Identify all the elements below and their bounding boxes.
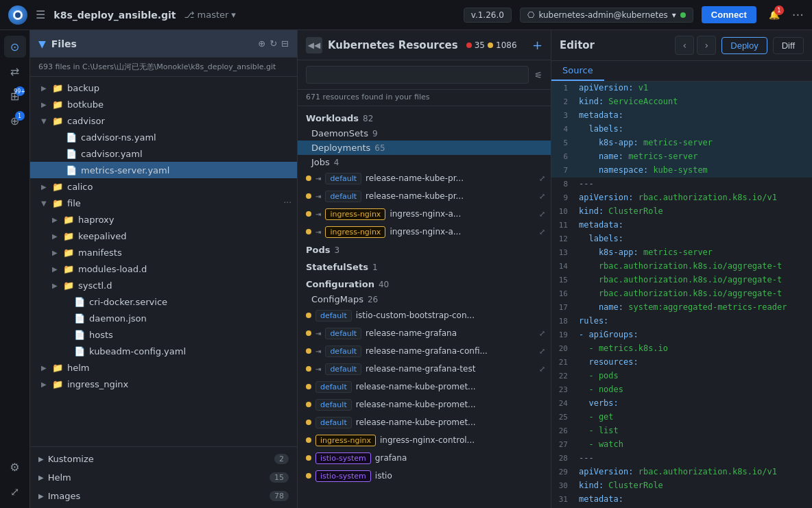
cm-share-3[interactable]: ⤢ <box>539 365 545 374</box>
kustomize-expand-icon: ▶ <box>38 455 44 463</box>
file-folder-actions[interactable]: ··· <box>284 198 291 208</box>
tree-item-metrics-server[interactable]: 📄 metrics-server.yaml <box>30 162 297 178</box>
file-panel-layout-icon[interactable]: ⊟ <box>281 38 289 49</box>
branch-selector[interactable]: ⎇ master ▾ <box>184 10 236 20</box>
tree-item-helm[interactable]: ▶ 📁 helm <box>30 359 297 376</box>
line-content-3: metadata: <box>576 109 623 122</box>
configmap-item-9[interactable]: istio-system istio <box>298 467 551 485</box>
share-icon-1[interactable]: ⤢ <box>539 192 545 201</box>
file-panel-header: ▼ Files ⊕ ↻ ⊟ <box>30 30 297 58</box>
tree-item-daemon-json[interactable]: 📄 daemon.json <box>30 310 297 326</box>
editor-next-btn[interactable]: › <box>697 36 716 55</box>
diff-button[interactable]: Diff <box>773 37 804 54</box>
cm-spread-2[interactable]: ⇥ <box>315 348 321 355</box>
configmap-item-8[interactable]: istio-system grafana <box>298 449 551 467</box>
sidebar-item-apps[interactable]: ⊞ 99+ <box>4 85 26 107</box>
configmap-item-0[interactable]: default istio-custom-bootstrap-con... <box>298 306 551 324</box>
sidebar-item-network[interactable]: ⊕ 1 <box>4 110 26 132</box>
file-panel-add-icon[interactable]: ⊕ <box>258 38 265 49</box>
tree-item-cadvisor-yaml[interactable]: 📄 cadvisor.yaml <box>30 145 297 162</box>
file-panel-refresh-icon[interactable]: ↻ <box>270 38 277 49</box>
configmap-item-3[interactable]: ⇥ default release-name-grafana-test ⤢ <box>298 360 551 378</box>
cm-spread-3[interactable]: ⇥ <box>315 365 321 373</box>
tab-source[interactable]: Source <box>551 61 604 81</box>
line-content-15: rbac.authorization.k8s.io/aggregate-t <box>576 274 782 287</box>
code-line-13: 13 k8s-app: metrics-server <box>551 246 812 260</box>
jobs-subsection[interactable]: Jobs 4 <box>298 155 551 169</box>
tree-item-backup[interactable]: ▶ 📁 backup <box>30 80 297 96</box>
sidebar-item-git[interactable]: ⇄ <box>4 60 26 82</box>
tree-item-calico[interactable]: ▶ 📁 calico <box>30 178 297 195</box>
connect-button[interactable]: Connect <box>702 6 756 23</box>
tree-item-keepalived[interactable]: ▶ 📁 keepalived <box>30 228 297 244</box>
cm-share-1[interactable]: ⤢ <box>539 329 545 338</box>
more-menu[interactable]: ··· <box>792 8 804 22</box>
share-icon-3[interactable]: ⤢ <box>539 228 545 237</box>
tree-item-cadvisor[interactable]: ▼ 📁 cadvisor <box>30 112 297 129</box>
svg-point-1 <box>15 12 21 18</box>
line-num-29: 29 <box>551 465 576 479</box>
deployment-item-2[interactable]: ⇥ ingress-nginx ingress-nginx-a... ⤢ <box>298 205 551 223</box>
code-line-15: 15 rbac.authorization.k8s.io/aggregate-t <box>551 274 812 287</box>
sidebar-item-terminal[interactable]: ⤢ <box>4 481 26 503</box>
k8s-collapse-btn[interactable]: ◀◀ <box>306 37 322 53</box>
tree-item-file[interactable]: ▼ 📁 file ··· <box>30 195 297 211</box>
configmap-item-2[interactable]: ⇥ default release-name-grafana-confi... … <box>298 342 551 360</box>
sidebar-item-home[interactable]: ⊙ <box>4 36 26 58</box>
line-num-30: 30 <box>551 479 576 492</box>
deployment-item-3[interactable]: ⇥ ingress-nginx ingress-nginx-a... ⤢ <box>298 223 551 241</box>
k8s-filter-icon[interactable]: ⚟ <box>534 70 542 80</box>
k8s-search-input[interactable] <box>306 66 529 84</box>
deployments-subsection[interactable]: Deployments 65 <box>298 141 551 155</box>
notifications-button[interactable]: 🔔 1 <box>765 5 784 25</box>
daemonsets-subsection[interactable]: DaemonSets 9 <box>298 126 551 141</box>
configmap-item-6[interactable]: default release-name-kube-promet... <box>298 413 551 431</box>
line-content-19: - apiGroups: <box>576 328 638 341</box>
configmap-item-7[interactable]: ingress-nginx ingress-nginx-control... <box>298 431 551 449</box>
deployment-item-0[interactable]: ⇥ default release-name-kube-pr... ⤢ <box>298 169 551 187</box>
configmap-item-4[interactable]: default release-name-kube-promet... <box>298 378 551 396</box>
images-section[interactable]: ▶ Images 78 <box>30 487 297 505</box>
deploy-button[interactable]: Deploy <box>721 37 767 54</box>
tree-item-botkube[interactable]: ▶ 📁 botkube <box>30 96 297 112</box>
sidebar-item-settings[interactable]: ⚙ <box>4 456 26 478</box>
kustomize-count: 2 <box>274 454 289 464</box>
editor-prev-btn[interactable]: ‹ <box>675 36 694 55</box>
k8s-add-button[interactable]: + <box>532 38 542 52</box>
cm-spread-1[interactable]: ⇥ <box>315 330 321 337</box>
share-icon-2[interactable]: ⤢ <box>539 210 545 219</box>
cluster-selector[interactable]: ⎔ kubernetes-admin@kubernetes ▾ <box>520 8 693 23</box>
tree-item-kubeadm[interactable]: 📄 kubeadm-config.yaml <box>30 343 297 359</box>
kustomize-section[interactable]: ▶ Kustomize 2 <box>30 450 297 468</box>
workloads-section-header[interactable]: Workloads 82 <box>298 109 551 126</box>
tree-item-haproxy[interactable]: ▶ 📁 haproxy <box>30 211 297 228</box>
tree-item-hosts[interactable]: 📄 hosts <box>30 326 297 343</box>
configmaps-subsection[interactable]: ConfigMaps 26 <box>298 292 551 306</box>
share-icon-0[interactable]: ⤢ <box>539 174 545 183</box>
cm-share-2[interactable]: ⤢ <box>539 347 545 356</box>
tree-item-sysctl[interactable]: ▶ 📁 sysctl.d <box>30 277 297 293</box>
configuration-section-header[interactable]: Configuration 40 <box>298 275 551 292</box>
tree-item-manifests[interactable]: ▶ 📁 manifests <box>30 244 297 261</box>
tree-label-ingress-nginx: ingress_nginx <box>67 379 128 389</box>
spread-icon-1[interactable]: ⇥ <box>315 193 321 200</box>
spread-icon-3[interactable]: ⇥ <box>315 228 321 236</box>
configmap-item-5[interactable]: default release-name-kube-promet... <box>298 396 551 413</box>
tree-item-cri-docker[interactable]: 📄 cri-docker.service <box>30 293 297 310</box>
spread-icon-0[interactable]: ⇥ <box>315 175 321 182</box>
line-content-12: labels: <box>576 232 623 245</box>
tree-item-ingress-nginx[interactable]: ▶ 📁 ingress_nginx <box>30 376 297 392</box>
statefulsets-section-header[interactable]: StatefulSets 1 <box>298 258 551 275</box>
code-line-26: 26 - list <box>551 424 812 438</box>
pods-section-header[interactable]: Pods 3 <box>298 241 551 258</box>
deployment-item-1[interactable]: ⇥ default release-name-kube-pr... ⤢ <box>298 187 551 205</box>
tree-label-cri-docker: cri-docker.service <box>89 297 167 307</box>
statefulsets-count: 1 <box>372 263 378 272</box>
configmap-item-1[interactable]: ⇥ default release-name-grafana ⤢ <box>298 324 551 342</box>
tree-item-modules[interactable]: ▶ 📁 modules-load.d <box>30 261 297 277</box>
helm-section[interactable]: ▶ Helm 15 <box>30 468 297 487</box>
spread-icon-2[interactable]: ⇥ <box>315 210 321 218</box>
hamburger-menu[interactable]: ☰ <box>36 8 45 21</box>
tree-item-cadvisor-ns[interactable]: 📄 cadvisor-ns.yaml <box>30 129 297 145</box>
line-content-14: rbac.authorization.k8s.io/aggregate-t <box>576 260 782 273</box>
